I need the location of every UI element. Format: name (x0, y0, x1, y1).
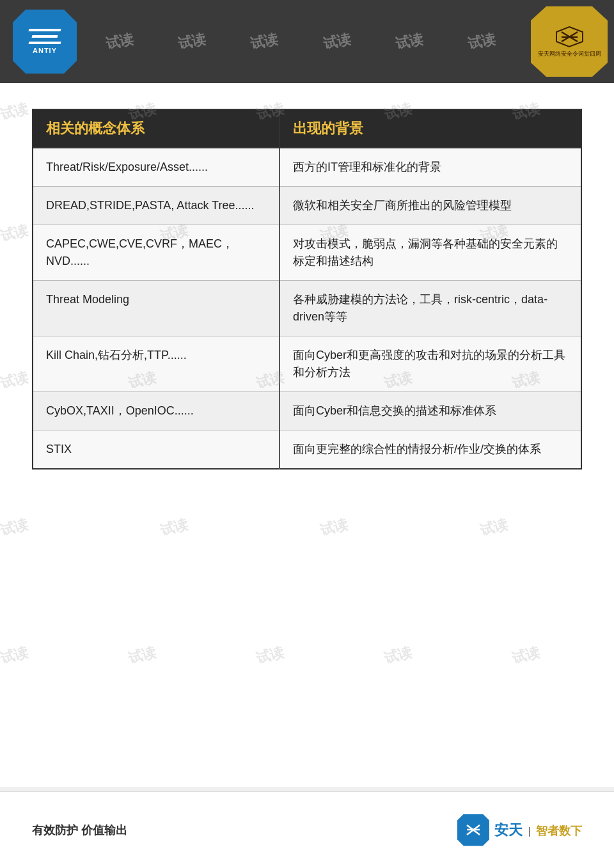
watermark-item: 试读 (321, 29, 352, 53)
page-watermark: 试读 (158, 515, 190, 541)
footer-separator: | (528, 826, 530, 837)
watermark-item: 试读 (104, 29, 135, 53)
page-watermark: 试读 (382, 643, 414, 668)
table-row: STIX面向更完整的综合性的情报分析/作业/交换的体系 (33, 430, 581, 470)
table-header-row: 相关的概念体系 出现的背景 (33, 109, 581, 148)
header-right-logo: 安天网络安全令词堂四周 (531, 6, 608, 77)
table-cell-col1: STIX (33, 430, 279, 470)
table-row: Threat/Risk/Exposure/Asset......西方的IT管理和… (33, 148, 581, 187)
table-cell-col2: 面向Cyber和更高强度的攻击和对抗的场景的分析工具和分析方法 (279, 336, 581, 392)
page-watermark: 试读 (0, 515, 30, 541)
table-row: CAPEC,CWE,CVE,CVRF，MAEC，NVD......对攻击模式，脆… (33, 225, 581, 281)
page-watermark: 试读 (510, 643, 542, 668)
table-row: CybOX,TAXII，OpenIOC......面向Cyber和信息交换的描述… (33, 392, 581, 430)
watermark-item: 试读 (394, 29, 425, 53)
table-cell-col2: 各种威胁建模的方法论，工具，risk-centric，data-driven等等 (279, 281, 581, 336)
footer-logo-icon (464, 822, 483, 838)
page-watermark: 试读 (0, 368, 30, 393)
watermark-item: 试读 (177, 29, 208, 53)
table-cell-col2: 西方的IT管理和标准化的背景 (279, 148, 581, 187)
table-cell-col1: CybOX,TAXII，OpenIOC...... (33, 392, 279, 430)
header-watermarks: 试读 试读 试读 试读 试读 试读 (0, 0, 614, 83)
table-cell-col1: DREAD,STRIDE,PASTA, Attack Tree...... (33, 187, 279, 225)
table-row: DREAD,STRIDE,PASTA, Attack Tree......微软和… (33, 187, 581, 225)
table-cell-col2: 微软和相关安全厂商所推出的风险管理模型 (279, 187, 581, 225)
footer: 有效防护 价值输出 安天 | 智者数下 (0, 791, 614, 868)
table-row: Threat Modeling各种威胁建模的方法论，工具，risk-centri… (33, 281, 581, 336)
footer-slogan-text: 智者数下 (536, 825, 582, 837)
footer-brand-text: 安天 (494, 822, 523, 838)
table-cell-col1: Threat Modeling (33, 281, 279, 336)
col2-header: 出现的背景 (279, 109, 581, 148)
footer-right: 安天 | 智者数下 (457, 814, 582, 846)
watermark-item: 试读 (249, 29, 280, 53)
footer-left-text: 有效防护 价值输出 (32, 823, 127, 838)
table-body: Threat/Risk/Exposure/Asset......西方的IT管理和… (33, 148, 581, 469)
footer-logo-diamond (457, 814, 489, 846)
page-watermark: 试读 (478, 515, 510, 541)
footer-logo: 安天 | 智者数下 (457, 814, 582, 846)
concept-table: 相关的概念体系 出现的背景 Threat/Risk/Exposure/Asset… (32, 109, 582, 470)
page-watermark: 试读 (318, 515, 350, 541)
header-right-text: 安天网络安全令词堂四周 (538, 50, 601, 58)
header-right-inner: 安天网络安全令词堂四周 (538, 26, 601, 58)
page-watermark: 试读 (0, 643, 30, 668)
main-content: 试读 试读 试读 试读 试读 试读 试读 试读 试读 试读 试读 试读 试读 试… (0, 83, 614, 787)
col1-header: 相关的概念体系 (33, 109, 279, 148)
watermark-item: 试读 (466, 29, 498, 53)
footer-brand: 安天 | 智者数下 (494, 821, 582, 840)
table-cell-col1: Kill Chain,钻石分析,TTP...... (33, 336, 279, 392)
page-watermark: 试读 (0, 221, 30, 246)
antiy-header-icon (555, 26, 584, 48)
header: ANTIY 试读 试读 试读 试读 试读 试读 安天网络安全令词堂四周 (0, 0, 614, 83)
table-cell-col1: Threat/Risk/Exposure/Asset...... (33, 148, 279, 187)
table-cell-col2: 面向更完整的综合性的情报分析/作业/交换的体系 (279, 430, 581, 470)
page-watermark: 试读 (0, 99, 30, 125)
table-cell-col2: 对攻击模式，脆弱点，漏洞等各种基础的安全元素的标定和描述结构 (279, 225, 581, 281)
table-row: Kill Chain,钻石分析,TTP......面向Cyber和更高强度的攻击… (33, 336, 581, 392)
table-cell-col2: 面向Cyber和信息交换的描述和标准体系 (279, 392, 581, 430)
page-watermark: 试读 (254, 643, 286, 668)
page-watermark: 试读 (126, 643, 158, 668)
table-cell-col1: CAPEC,CWE,CVE,CVRF，MAEC，NVD...... (33, 225, 279, 281)
